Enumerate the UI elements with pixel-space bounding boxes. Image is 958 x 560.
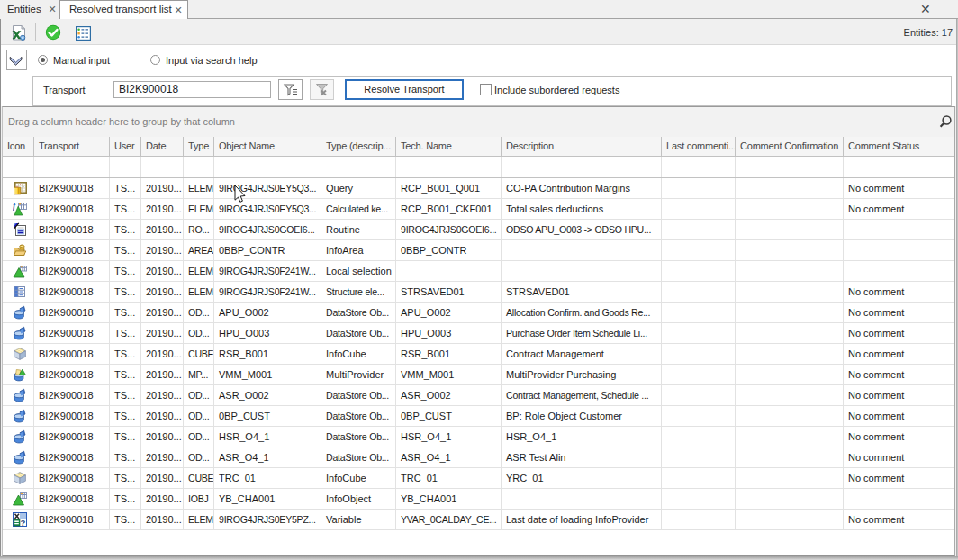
svg-text:f: f <box>13 202 17 211</box>
svg-text:?: ? <box>21 518 26 527</box>
